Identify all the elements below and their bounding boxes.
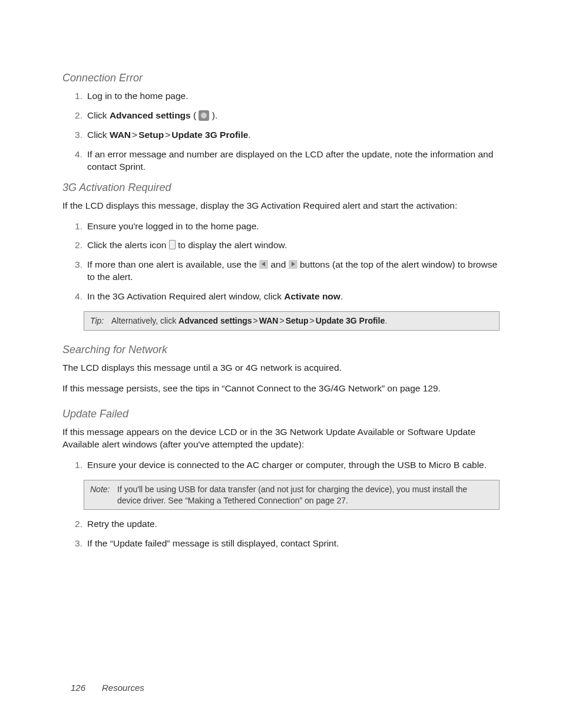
note-text: If you'll be using USB for data transfer… <box>117 485 467 505</box>
ui-label-setup: Setup <box>286 316 309 325</box>
page-footer: 126Resources <box>71 683 144 693</box>
text: to display the alert window. <box>176 240 287 250</box>
list-item: Click WAN>Setup>Update 3G Profile. <box>80 129 500 141</box>
list-update-failed: Ensure your device is connected to the A… <box>62 459 500 472</box>
text: In the 3G Activation Required alert wind… <box>87 291 284 301</box>
list-item: Ensure your device is connected to the A… <box>80 459 500 472</box>
arrow-right-icon <box>289 260 297 269</box>
heading-update-failed: Update Failed <box>62 408 500 420</box>
text: Click <box>87 110 110 120</box>
list-item: If the “Update failed” message is still … <box>80 538 500 550</box>
text: and <box>268 259 288 269</box>
list-item: In the 3G Activation Required alert wind… <box>80 291 500 303</box>
list-item: Log in to the home page. <box>80 90 500 103</box>
list-item: If an error message and number are displ… <box>80 149 500 173</box>
text: Click the alerts icon <box>87 240 169 250</box>
breadcrumb-separator: > <box>309 316 316 325</box>
heading-searching-network: Searching for Network <box>62 344 500 356</box>
ui-label-update-3g-profile: Update 3G Profile <box>171 130 248 140</box>
heading-connection-error: Connection Error <box>62 72 500 84</box>
breadcrumb-separator: > <box>252 316 259 325</box>
ui-label-setup: Setup <box>138 130 164 140</box>
gear-icon <box>199 110 209 121</box>
text: Alternatively, click <box>111 316 178 325</box>
ui-label-wan: WAN <box>259 316 279 325</box>
text: Click <box>87 130 110 140</box>
ui-label-update-3g-profile: Update 3G Profile <box>316 316 385 325</box>
alert-icon <box>169 240 176 249</box>
paragraph: The LCD displays this message until a 3G… <box>62 362 500 374</box>
note-box: Note: If you'll be using USB for data tr… <box>84 480 500 510</box>
note-label: Note: <box>90 484 110 495</box>
arrow-left-icon <box>259 260 268 269</box>
list-update-failed-cont: Retry the update. If the “Update failed”… <box>62 518 500 550</box>
list-item: Ensure you're logged in to the home page… <box>80 220 500 233</box>
ui-label-advanced-settings: Advanced settings <box>178 316 252 325</box>
ui-label-activate-now: Activate now <box>284 291 340 301</box>
breadcrumb-separator: > <box>131 130 138 140</box>
list-item: If more than one alert is available, use… <box>80 259 500 284</box>
paragraph: If this message persists, see the tips i… <box>62 383 500 395</box>
heading-3g-activation: 3G Activation Required <box>62 182 500 194</box>
ui-label-advanced-settings: Advanced settings <box>110 110 191 120</box>
paragraph: If the LCD displays this message, displa… <box>62 200 500 212</box>
tip-label: Tip: <box>90 315 104 327</box>
text: ( <box>191 110 199 120</box>
text: ). <box>209 110 217 120</box>
list-item: Retry the update. <box>80 518 500 531</box>
breadcrumb-separator: > <box>278 316 285 325</box>
breadcrumb-separator: > <box>164 130 171 140</box>
list-item: Click Advanced settings ( ). <box>80 110 500 122</box>
document-page: Connection Error Log in to the home page… <box>0 0 562 728</box>
section-name: Resources <box>102 683 144 693</box>
list-3g-activation: Ensure you're logged in to the home page… <box>62 220 500 304</box>
tip-box: Tip: Alternatively, click Advanced setti… <box>84 311 500 331</box>
paragraph: If this message appears on the device LC… <box>62 426 500 451</box>
text: If more than one alert is available, use… <box>87 259 259 269</box>
page-number: 126 <box>71 683 85 693</box>
list-item: Click the alerts icon to display the ale… <box>80 239 500 252</box>
list-connection-error: Log in to the home page. Click Advanced … <box>62 90 500 173</box>
ui-label-wan: WAN <box>110 130 131 140</box>
